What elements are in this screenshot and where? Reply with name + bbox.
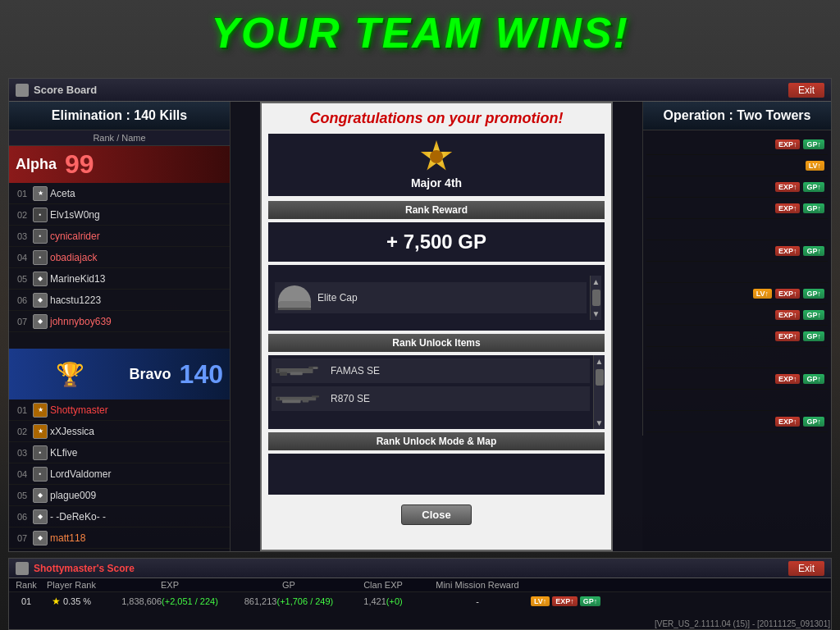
score-data-row: 01 ★ 0.35 % 1,838,606(+2,051 / 224) 861,… xyxy=(9,592,831,610)
scroll-thumb-2[interactable] xyxy=(596,369,604,386)
rank-badge: ▪ xyxy=(33,467,48,482)
rank-badge: ◆ xyxy=(33,272,48,286)
score-gp: 861,213(+1,706 / 249) xyxy=(235,596,342,606)
elimination-header: Elimination : 140 Kills xyxy=(9,102,231,130)
table-row: 05 ◆ MarineKid13 xyxy=(9,268,230,290)
score-clanexp: 1,421(+0) xyxy=(342,596,424,606)
table-row: 01 ★ Shottymaster xyxy=(9,399,230,421)
svg-rect-9 xyxy=(277,398,280,400)
r870-icon xyxy=(275,390,324,408)
svg-rect-8 xyxy=(282,400,301,404)
svg-rect-7 xyxy=(312,395,319,397)
rank-reward-header: Rank Reward xyxy=(268,201,605,219)
exp-badge: EXP↑ xyxy=(552,596,578,606)
bravo-team-score: 140 xyxy=(180,359,223,390)
exp-badge: EXP↑ xyxy=(775,246,801,256)
list-item: FAMAS SE xyxy=(272,358,590,383)
score-bar-exit-button[interactable]: Exit xyxy=(788,561,824,576)
right-row xyxy=(646,262,828,283)
rank-header-label: Rank / Name xyxy=(14,133,225,143)
right-content: EXP↑ GP↑ LV↑ EXP↑ GP↑ EXP↑ GP↑ xyxy=(642,130,831,436)
rank-badge: ▪ xyxy=(33,229,48,244)
table-row: 07 ◆ matt118 xyxy=(9,527,230,549)
score-bar-title: Shottymaster's Score xyxy=(34,563,135,574)
version-text: [VER_US_2.1111.04 (15)] - [20111125_0913… xyxy=(655,619,830,628)
table-row: 05 ◆ plague009 xyxy=(9,485,230,506)
hat-icon xyxy=(278,285,311,310)
reward-item-content: Elite Cap xyxy=(272,279,590,317)
r870-label: R870 SE xyxy=(331,393,370,404)
rank-badge: ◆ xyxy=(33,488,48,503)
score-bar-icon xyxy=(16,562,29,575)
elimination-title: Elimination : 140 Kills xyxy=(52,108,187,122)
exp-badge: EXP↑ xyxy=(775,203,801,213)
lv-badge: LV↑ xyxy=(806,161,824,171)
bravo-team-header: 🏆 Bravo 140 xyxy=(9,349,230,399)
scroll-thumb[interactable] xyxy=(592,290,600,306)
table-row: 07 ◆ johnnyboy639 xyxy=(9,311,230,332)
win-banner: YOUR TEAM WINS! xyxy=(0,8,840,57)
titlebar-left: Score Board xyxy=(16,84,97,97)
right-panel: Operation : Two Towers EXP↑ GP↑ LV↑ EXP↑… xyxy=(642,102,831,551)
rank-badge: ★ xyxy=(33,403,48,418)
exp-badge: EXP↑ xyxy=(775,182,801,192)
exp-badge: EXP↑ xyxy=(775,310,801,320)
promotion-dialog: Congratulations on your promotion! Major… xyxy=(260,102,613,551)
gp-reward-text: + 7,500 GP xyxy=(386,231,486,253)
scrollbar[interactable]: ▲ ▼ xyxy=(590,276,601,320)
rank-title: Major 4th xyxy=(411,176,462,189)
scoreboard-titlebar: Score Board Exit xyxy=(9,79,831,102)
col-clanexp-header: Clan EXP xyxy=(342,580,424,590)
reward-item-box: Elite Cap ▲ ▼ xyxy=(268,265,605,331)
right-row: EXP↑ GP↑ xyxy=(646,304,828,326)
lv-badge: LV↑ xyxy=(753,289,772,299)
trophy-icon: 🏆 xyxy=(53,354,86,395)
right-row: LV↑ xyxy=(646,155,828,176)
score-player-rank: ★ 0.35 % xyxy=(39,596,104,607)
right-row: EXP↑ GP↑ xyxy=(646,368,828,390)
alpha-team-name: Alpha xyxy=(16,156,57,173)
table-row: 03 ▪ KLfive xyxy=(9,442,230,463)
exp-badge: EXP↑ xyxy=(775,331,801,341)
unlock-items-box: FAMAS SE R870 SE xyxy=(268,355,605,429)
score-rank: 01 xyxy=(14,596,39,606)
exp-badge: EXP↑ xyxy=(775,289,801,299)
score-content: Rank Player Rank EXP GP Clan EXP Mini Mi… xyxy=(9,578,831,610)
gp-badge: GP↑ xyxy=(803,289,824,299)
reward-item-name: Elite Cap xyxy=(317,292,358,304)
list-item: Elite Cap xyxy=(275,282,587,313)
rank-badge: ★ xyxy=(33,186,48,201)
scoreboard-title: Score Board xyxy=(34,84,97,96)
left-panel: Elimination : 140 Kills Rank / Name Alph… xyxy=(9,102,231,551)
svg-rect-3 xyxy=(290,372,303,376)
exp-badge: EXP↑ xyxy=(775,139,801,149)
scoreboard-icon xyxy=(16,84,29,97)
col-player-rank-header: Player Rank xyxy=(39,580,104,590)
right-row xyxy=(646,219,828,240)
right-row: EXP↑ GP↑ xyxy=(646,326,828,347)
right-row xyxy=(646,347,828,368)
score-col-headers: Rank Player Rank EXP GP Clan EXP Mini Mi… xyxy=(9,578,831,592)
svg-rect-5 xyxy=(277,369,279,373)
bravo-team-name: Bravo xyxy=(130,366,171,383)
gp-badge: GP↑ xyxy=(803,246,824,256)
unlock-mode-header: Rank Unlock Mode & Map xyxy=(268,432,605,450)
svg-rect-4 xyxy=(313,368,318,369)
table-row: 06 ◆ hacstu1223 xyxy=(9,290,230,311)
rank-badge: ▪ xyxy=(33,250,48,265)
col-rank-header: Rank xyxy=(14,580,39,590)
score-mini: - xyxy=(424,596,531,606)
right-row xyxy=(646,390,828,411)
scrollbar-2[interactable]: ▲ ▼ xyxy=(593,355,605,429)
score-exp: 1,838,606(+2,051 / 224) xyxy=(104,596,235,606)
table-row: 04 ▪ obadiajack xyxy=(9,247,230,268)
rank-badge: ◆ xyxy=(33,314,48,329)
close-button[interactable]: Close xyxy=(401,504,471,525)
congrats-text: Congratulations on your promotion! xyxy=(262,103,611,134)
table-row: 01 ★ Aceta xyxy=(9,183,230,204)
operation-title: Operation : Two Towers xyxy=(664,108,811,122)
famas-label: FAMAS SE xyxy=(331,365,380,377)
scoreboard-window: Score Board Exit Elimination : 140 Kills… xyxy=(8,78,832,552)
rank-name-header: Rank / Name xyxy=(9,130,231,146)
exit-button[interactable]: Exit xyxy=(788,83,824,98)
